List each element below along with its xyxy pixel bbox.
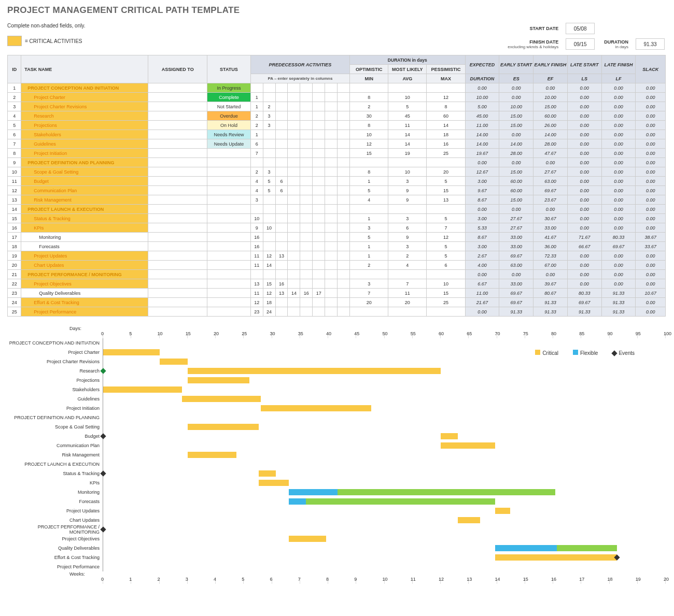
cell-min[interactable] [350,307,388,317]
cell-avg[interactable]: 5 [388,102,427,111]
cell-pa[interactable] [300,139,313,149]
cell-pa[interactable]: 2 [250,167,263,177]
cell-task[interactable]: Project Performance [21,307,148,317]
cell-pa[interactable] [275,93,288,102]
cell-pa[interactable] [275,149,288,158]
cell-pa[interactable]: 11 [250,289,263,298]
cell-pa[interactable] [325,251,338,261]
cell-assigned[interactable] [148,242,207,251]
cell-pa[interactable] [288,214,300,223]
cell-pa[interactable] [338,242,350,251]
cell-min[interactable]: 8 [350,167,388,177]
cell-pa[interactable] [338,102,350,111]
cell-pa[interactable] [325,102,338,111]
cell-pa[interactable] [288,111,300,121]
cell-pa[interactable] [325,205,338,214]
cell-avg[interactable]: 10 [388,93,427,102]
cell-status[interactable]: On Hold [207,121,251,130]
cell-pa[interactable]: 15 [263,279,275,289]
cell-task[interactable]: Status & Tracking [21,214,148,223]
cell-status[interactable] [207,214,251,223]
cell-pa[interactable] [300,83,313,93]
cell-min[interactable]: 5 [350,233,388,242]
cell-max[interactable]: 25 [427,149,465,158]
cell-pa[interactable] [313,279,325,289]
cell-pa[interactable]: 3 [250,195,263,205]
cell-pa[interactable]: 10 [263,223,275,233]
cell-pa[interactable] [300,130,313,139]
cell-pa[interactable] [313,270,325,279]
cell-assigned[interactable] [148,130,207,139]
cell-avg[interactable] [388,307,427,317]
cell-pa[interactable] [338,214,350,223]
cell-pa[interactable] [313,83,325,93]
cell-pa[interactable] [288,205,300,214]
cell-max[interactable]: 20 [427,167,465,177]
cell-pa[interactable] [313,214,325,223]
cell-pa[interactable] [300,298,313,307]
cell-pa[interactable] [300,270,313,279]
cell-min[interactable]: 30 [350,111,388,121]
cell-task[interactable]: Project Updates [21,251,148,261]
cell-pa[interactable] [325,121,338,130]
cell-pa[interactable]: 16 [250,242,263,251]
cell-status[interactable] [207,242,251,251]
cell-min[interactable] [350,158,388,167]
cell-pa[interactable] [263,93,275,102]
cell-pa[interactable] [300,223,313,233]
cell-pa[interactable] [325,223,338,233]
cell-pa[interactable] [300,214,313,223]
cell-pa[interactable] [300,205,313,214]
cell-pa[interactable] [325,289,338,298]
cell-assigned[interactable] [148,214,207,223]
cell-min[interactable]: 1 [350,242,388,251]
cell-pa[interactable] [300,242,313,251]
cell-pa[interactable]: 6 [275,186,288,195]
cell-task[interactable]: Monitoring [21,233,148,242]
cell-avg[interactable]: 9 [388,195,427,205]
cell-pa[interactable] [313,102,325,111]
cell-min[interactable]: 10 [350,130,388,139]
cell-min[interactable]: 3 [350,223,388,233]
cell-max[interactable]: 25 [427,298,465,307]
cell-pa[interactable]: 18 [263,298,275,307]
cell-max[interactable]: 7 [427,223,465,233]
cell-pa[interactable] [250,83,263,93]
cell-pa[interactable] [275,158,288,167]
cell-pa[interactable]: 3 [263,121,275,130]
cell-pa[interactable] [300,121,313,130]
cell-pa[interactable] [338,233,350,242]
cell-assigned[interactable] [148,205,207,214]
cell-pa[interactable] [288,261,300,270]
cell-task[interactable]: Chart Updates [21,261,148,270]
cell-pa[interactable] [288,83,300,93]
cell-pa[interactable] [313,177,325,186]
cell-avg[interactable]: 3 [388,214,427,223]
cell-pa[interactable] [263,214,275,223]
cell-pa[interactable]: 3 [263,167,275,177]
cell-avg[interactable]: 10 [388,167,427,177]
cell-task[interactable]: Project Charter Revisions [21,102,148,111]
cell-task[interactable]: PROJECT PERFORMANCE / MONITORING [21,270,148,279]
cell-avg[interactable]: 14 [388,139,427,149]
cell-task[interactable]: Communication Plan [21,186,148,195]
cell-pa[interactable]: 16 [300,289,313,298]
cell-assigned[interactable] [148,139,207,149]
cell-pa[interactable] [313,307,325,317]
cell-max[interactable]: 5 [427,242,465,251]
cell-pa[interactable] [275,195,288,205]
cell-pa[interactable] [325,167,338,177]
cell-task[interactable]: Guidelines [21,139,148,149]
cell-pa[interactable]: 9 [250,223,263,233]
cell-pa[interactable] [275,111,288,121]
cell-pa[interactable] [275,307,288,317]
cell-assigned[interactable] [148,270,207,279]
cell-avg[interactable] [388,205,427,214]
cell-avg[interactable]: 45 [388,111,427,121]
cell-min[interactable]: 2 [350,102,388,111]
cell-pa[interactable] [313,242,325,251]
cell-pa[interactable] [300,158,313,167]
cell-min[interactable]: 8 [350,121,388,130]
cell-max[interactable] [427,205,465,214]
cell-min[interactable] [350,205,388,214]
